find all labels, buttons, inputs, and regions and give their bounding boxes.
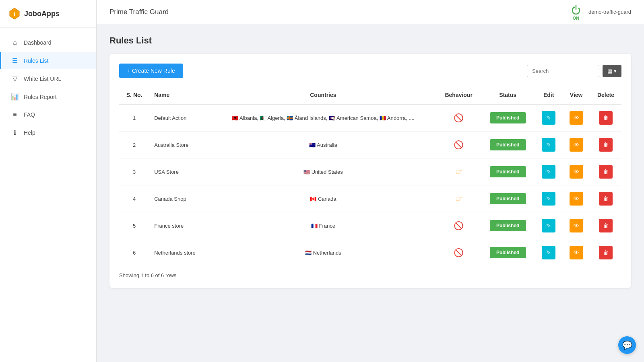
content-area: Rules List + Create New Rule ▦ ▾ S. No. … bbox=[97, 24, 644, 362]
sidebar-item-dashboard[interactable]: ⌂ Dashboard bbox=[0, 34, 96, 51]
sidebar-item-rules-report[interactable]: 📊 Rules Report bbox=[0, 88, 96, 105]
sidebar-item-label: Rules Report bbox=[24, 94, 57, 100]
view-button[interactable]: 👁 bbox=[570, 219, 583, 232]
edit-button[interactable]: ✎ bbox=[542, 165, 555, 179]
published-button[interactable]: Published bbox=[490, 247, 526, 258]
edit-button[interactable]: ✎ bbox=[542, 219, 555, 232]
cell-view: 👁 bbox=[562, 212, 590, 239]
cell-delete: 🗑 bbox=[590, 132, 621, 158]
grid-dropdown-icon: ▾ bbox=[614, 68, 617, 74]
cell-status: Published bbox=[481, 185, 535, 212]
cell-delete: 🗑 bbox=[590, 239, 621, 266]
cell-view: 👁 bbox=[562, 104, 590, 132]
search-area: ▦ ▾ bbox=[527, 65, 621, 77]
published-button[interactable]: Published bbox=[490, 166, 526, 177]
delete-button[interactable]: 🗑 bbox=[599, 219, 613, 232]
published-button[interactable]: Published bbox=[490, 112, 526, 123]
rules-table: S. No. Name Countries Behaviour Status E… bbox=[119, 86, 621, 266]
grid-icon: ▦ bbox=[607, 68, 612, 74]
view-button[interactable]: 👁 bbox=[570, 192, 583, 206]
sidebar-item-label: Help bbox=[24, 130, 35, 136]
showing-text: Showing 1 to 6 of 6 rows bbox=[119, 272, 621, 278]
user-label: demo-traffic-guard bbox=[588, 9, 631, 15]
cell-behaviour: 🚫 bbox=[437, 212, 481, 239]
published-button[interactable]: Published bbox=[490, 139, 526, 150]
cell-behaviour: 🚫 bbox=[437, 104, 481, 132]
dashboard-icon: ⌂ bbox=[11, 39, 19, 46]
delete-button[interactable]: 🗑 bbox=[599, 138, 613, 152]
toolbar: + Create New Rule ▦ ▾ bbox=[119, 64, 621, 78]
cell-edit: ✎ bbox=[535, 212, 563, 239]
view-button[interactable]: 👁 bbox=[570, 246, 583, 259]
search-input[interactable] bbox=[527, 65, 599, 77]
sidebar-item-whitelist-url[interactable]: ▽ White List URL bbox=[0, 70, 96, 87]
delete-button[interactable]: 🗑 bbox=[599, 246, 613, 259]
table-row: 6 Netherlands store 🇳🇱 Netherlands 🚫 Pub… bbox=[119, 239, 621, 266]
edit-button[interactable]: ✎ bbox=[542, 111, 555, 125]
delete-button[interactable]: 🗑 bbox=[599, 165, 613, 179]
table-row: 2 Australia Store 🇦🇺 Australia 🚫 Publish… bbox=[119, 132, 621, 158]
cell-sno: 2 bbox=[119, 132, 149, 158]
cell-behaviour: 🚫 bbox=[437, 239, 481, 266]
table-row: 4 Canada Shop 🇨🇦 Canada ☞ Published ✎ 👁 … bbox=[119, 185, 621, 212]
cell-view: 👁 bbox=[562, 239, 590, 266]
sidebar: i JoboApps ⌂ Dashboard ☰ Rules List ▽ Wh… bbox=[0, 0, 97, 362]
power-icon bbox=[570, 4, 582, 16]
table-row: 1 Default Action 🇦🇱 Albania, 🇩🇿 Algeria,… bbox=[119, 104, 621, 132]
sidebar-item-label: FAQ bbox=[24, 111, 35, 118]
cell-edit: ✎ bbox=[535, 104, 563, 132]
cell-delete: 🗑 bbox=[590, 158, 621, 185]
published-button[interactable]: Published bbox=[490, 193, 526, 204]
behaviour-icon: 🚫 bbox=[454, 221, 464, 230]
create-new-rule-button[interactable]: + Create New Rule bbox=[119, 64, 183, 78]
cell-name: France store bbox=[149, 212, 210, 239]
logo-icon: i bbox=[8, 7, 21, 20]
col-name: Name bbox=[149, 86, 210, 104]
rules-report-icon: 📊 bbox=[11, 93, 19, 101]
cell-status: Published bbox=[481, 212, 535, 239]
published-button[interactable]: Published bbox=[490, 220, 526, 231]
cell-sno: 1 bbox=[119, 104, 149, 132]
cell-edit: ✎ bbox=[535, 185, 563, 212]
sidebar-item-faq[interactable]: ≡ FAQ bbox=[0, 106, 96, 123]
cell-edit: ✎ bbox=[535, 158, 563, 185]
table-row: 3 USA Store 🇺🇸 United States ☞ Published… bbox=[119, 158, 621, 185]
cell-countries: 🇫🇷 France bbox=[210, 212, 437, 239]
cell-delete: 🗑 bbox=[590, 185, 621, 212]
view-button[interactable]: 👁 bbox=[570, 138, 583, 152]
cell-sno: 3 bbox=[119, 158, 149, 185]
cell-name: USA Store bbox=[149, 158, 210, 185]
whitelist-icon: ▽ bbox=[11, 75, 19, 82]
support-button[interactable]: 💬 bbox=[618, 336, 636, 354]
view-button[interactable]: 👁 bbox=[570, 111, 583, 125]
behaviour-icon: ☞ bbox=[455, 167, 462, 176]
edit-button[interactable]: ✎ bbox=[542, 246, 555, 259]
cell-behaviour: 🚫 bbox=[437, 132, 481, 158]
cell-countries: 🇦🇺 Australia bbox=[210, 132, 437, 158]
cell-countries: 🇦🇱 Albania, 🇩🇿 Algeria, 🇦🇽 Åland Islands… bbox=[210, 104, 437, 132]
cell-status: Published bbox=[481, 158, 535, 185]
view-button[interactable]: 👁 bbox=[570, 165, 583, 179]
cell-view: 👁 bbox=[562, 185, 590, 212]
behaviour-icon: 🚫 bbox=[454, 248, 464, 257]
cell-behaviour: ☞ bbox=[437, 158, 481, 185]
col-status: Status bbox=[481, 86, 535, 104]
grid-view-button[interactable]: ▦ ▾ bbox=[603, 65, 621, 77]
cell-countries: 🇨🇦 Canada bbox=[210, 185, 437, 212]
delete-button[interactable]: 🗑 bbox=[599, 111, 613, 125]
sidebar-item-rules-list[interactable]: ☰ Rules List bbox=[0, 52, 96, 69]
cell-delete: 🗑 bbox=[590, 104, 621, 132]
sidebar-item-help[interactable]: ℹ Help bbox=[0, 124, 96, 141]
col-countries: Countries bbox=[210, 86, 437, 104]
sidebar-nav: ⌂ Dashboard ☰ Rules List ▽ White List UR… bbox=[0, 28, 96, 148]
rules-card: + Create New Rule ▦ ▾ S. No. Name Countr… bbox=[109, 54, 631, 288]
page-title: Rules List bbox=[109, 35, 631, 46]
edit-button[interactable]: ✎ bbox=[542, 192, 555, 206]
cell-name: Canada Shop bbox=[149, 185, 210, 212]
cell-name: Netherlands store bbox=[149, 239, 210, 266]
delete-button[interactable]: 🗑 bbox=[599, 192, 613, 206]
cell-name: Default Action bbox=[149, 104, 210, 132]
cell-name: Australia Store bbox=[149, 132, 210, 158]
edit-button[interactable]: ✎ bbox=[542, 138, 555, 152]
sidebar-item-label: Rules List bbox=[24, 58, 48, 64]
